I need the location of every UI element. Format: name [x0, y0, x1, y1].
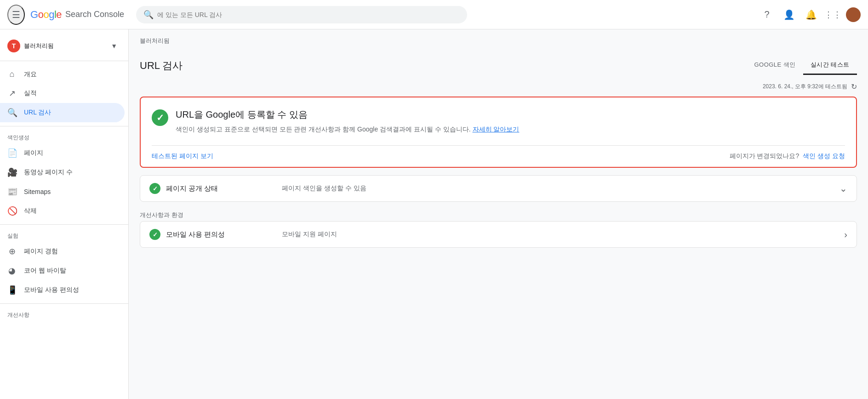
mobile-usability-label: 모바일 사용 편의성 — [166, 230, 276, 239]
sidebar-label-overview: 개요 — [24, 70, 37, 79]
hamburger-icon: ☰ — [12, 10, 20, 20]
app-name: Search Console — [65, 10, 124, 19]
experiment-section-header: 실험 — [0, 228, 128, 242]
apps-icon: ⋮⋮ — [824, 10, 842, 20]
sitemaps-icon: 📰 — [7, 187, 17, 197]
sidebar-divider-4 — [0, 303, 128, 304]
search-bar[interactable]: 🔍 — [136, 6, 467, 23]
refresh-icon[interactable]: ↻ — [851, 82, 857, 91]
home-icon: ⌂ — [7, 69, 17, 79]
request-indexing-link[interactable]: 색인 생성 요청 — [803, 152, 845, 160]
property-icon: T — [7, 40, 20, 52]
result-title: URL을 Google에 등록할 수 있음 — [176, 108, 520, 121]
sidebar-item-video-pages[interactable]: 🎥 동영상 페이지 수 — [0, 163, 125, 182]
sidebar-label-removals: 삭제 — [24, 207, 37, 215]
video-icon: 🎥 — [7, 167, 17, 177]
sidebar-item-sitemaps[interactable]: 📰 Sitemaps — [0, 182, 125, 201]
main-content: 블러처리됨 URL 검사 GOOGLE 색인 실시간 테스트 2023. 6. … — [129, 29, 868, 399]
sidebar-item-pages[interactable]: 📄 페이지 — [0, 143, 125, 163]
page-experience-icon: ⊕ — [7, 246, 17, 256]
apps-button[interactable]: ⋮⋮ — [824, 6, 842, 24]
header-right: ? 👤 🔔 ⋮⋮ — [758, 6, 861, 24]
search-input[interactable] — [157, 11, 460, 18]
help-button[interactable]: ? — [758, 6, 776, 24]
improvement-section-header: 개선사항 — [0, 308, 128, 321]
google-logo: Google — [30, 9, 62, 21]
search-icon: 🔍 — [143, 10, 154, 20]
sidebar-label-performance: 실적 — [24, 89, 37, 97]
removals-icon: 🚫 — [7, 206, 17, 216]
chevron-down-icon: ⌄ — [839, 183, 847, 194]
chevron-right-icon: › — [844, 229, 847, 240]
hamburger-menu-button[interactable]: ☰ — [7, 5, 25, 25]
sidebar-label-mobile-usability: 모바일 사용 편의성 — [24, 286, 79, 294]
sidebar-label-core-web-vitals: 코어 웹 바이탈 — [24, 267, 66, 275]
sidebar-divider-2 — [0, 126, 128, 126]
tab-buttons: GOOGLE 색인 실시간 테스트 — [747, 56, 857, 75]
mobile-usability-card: 모바일 사용 편의성 모바일 지원 페이지 › — [140, 221, 857, 248]
result-card-body: URL을 Google에 등록할 수 있음 색인이 생성되고 표준으로 선택되면… — [141, 97, 856, 145]
sidebar-item-removals[interactable]: 🚫 삭제 — [0, 201, 125, 221]
sidebar-label-sitemaps: Sitemaps — [24, 188, 51, 195]
result-description: 색인이 생성되고 표준으로 선택되면 모든 관련 개선사항과 함께 Google… — [176, 125, 520, 134]
page-changed-label: 페이지가 변경되었나요? — [730, 152, 799, 160]
notification-button[interactable]: 🔔 — [802, 6, 820, 24]
public-status-card: 페이지 공개 상태 페이지 색인을 생성할 수 있음 ⌄ — [140, 175, 857, 202]
public-status-label: 페이지 공개 상태 — [166, 184, 276, 193]
sidebar-item-url-inspection[interactable]: 🔍 URL 검사 — [0, 103, 125, 122]
tab-live-test[interactable]: 실시간 테스트 — [803, 56, 857, 75]
property-selector[interactable]: T 블러처리됨 ▼ — [0, 35, 125, 57]
check-icon-green — [152, 109, 168, 126]
check-icon-status — [149, 183, 160, 194]
learn-more-link[interactable]: 자세히 알아보기 — [473, 125, 520, 133]
sidebar-divider — [0, 61, 128, 61]
page-header: URL 검사 GOOGLE 색인 실시간 테스트 — [140, 49, 857, 82]
sidebar-label-pages: 페이지 — [24, 149, 43, 157]
improvements-section-label: 개선사항과 환경 — [140, 207, 857, 221]
sidebar-label-url-inspection: URL 검사 — [24, 108, 51, 117]
check-icon-mobile — [149, 229, 160, 240]
timestamp-text: 2023. 6. 24., 오후 9:32에 테스트됨 — [763, 83, 847, 91]
performance-icon: ↗ — [7, 88, 17, 98]
sidebar-item-overview[interactable]: ⌂ 개요 — [0, 65, 125, 84]
public-status-row[interactable]: 페이지 공개 상태 페이지 색인을 생성할 수 있음 ⌄ — [140, 176, 857, 201]
sidebar-divider-3 — [0, 224, 128, 225]
header: ☰ Google Search Console 🔍 ? 👤 🔔 ⋮⋮ — [0, 0, 868, 29]
pages-icon: 📄 — [7, 148, 17, 158]
sidebar-item-performance[interactable]: ↗ 실적 — [0, 84, 125, 103]
sidebar-item-core-web-vitals[interactable]: ◕ 코어 웹 바이탈 — [0, 261, 125, 280]
property-name: 블러처리됨 — [24, 42, 107, 50]
sidebar-item-mobile-usability[interactable]: 📱 모바일 사용 편의성 — [0, 280, 125, 300]
result-text: URL을 Google에 등록할 수 있음 색인이 생성되고 표준으로 선택되면… — [176, 108, 520, 134]
search-nav-icon: 🔍 — [7, 108, 17, 118]
header-left: ☰ Google Search Console — [7, 5, 136, 25]
page-title: URL 검사 — [140, 59, 183, 73]
public-status-value: 페이지 색인을 생성할 수 있음 — [282, 184, 834, 193]
accounts-icon: 👤 — [783, 9, 795, 20]
help-icon: ? — [764, 9, 769, 20]
view-tested-page-link[interactable]: 테스트된 페이지 보기 — [152, 152, 213, 160]
tab-google-index[interactable]: GOOGLE 색인 — [747, 56, 803, 75]
sidebar-label-video-pages: 동영상 페이지 수 — [24, 168, 73, 177]
sidebar-item-page-experience[interactable]: ⊕ 페이지 경험 — [0, 242, 125, 261]
breadcrumb: 블러처리됨 — [140, 29, 857, 49]
avatar[interactable] — [846, 7, 861, 22]
result-card-footer: 테스트된 페이지 보기 페이지가 변경되었나요? 색인 생성 요청 — [141, 146, 856, 167]
result-card: URL을 Google에 등록할 수 있음 색인이 생성되고 표준으로 선택되면… — [140, 97, 857, 168]
notification-icon: 🔔 — [805, 9, 817, 20]
layout: T 블러처리됨 ▼ ⌂ 개요 ↗ 실적 🔍 URL 검사 색인생성 📄 페이지 … — [0, 29, 868, 399]
sidebar: T 블러처리됨 ▼ ⌂ 개요 ↗ 실적 🔍 URL 검사 색인생성 📄 페이지 … — [0, 29, 129, 399]
mobile-usability-value: 모바일 지원 페이지 — [282, 230, 839, 239]
result-footer-right: 페이지가 변경되었나요? 색인 생성 요청 — [730, 152, 845, 160]
mobile-usability-row[interactable]: 모바일 사용 편의성 모바일 지원 페이지 › — [140, 222, 857, 247]
timestamp-row: 2023. 6. 24., 오후 9:32에 테스트됨 ↻ — [140, 82, 857, 91]
logo-area: Google Search Console — [30, 9, 124, 21]
dropdown-icon: ▼ — [111, 42, 117, 50]
mobile-icon: 📱 — [7, 285, 17, 295]
result-footer-left: 테스트된 페이지 보기 — [152, 152, 213, 160]
core-web-vitals-icon: ◕ — [7, 266, 17, 276]
accounts-button[interactable]: 👤 — [780, 6, 798, 24]
sidebar-label-page-experience: 페이지 경험 — [24, 247, 58, 256]
index-section-header: 색인생성 — [0, 130, 128, 143]
